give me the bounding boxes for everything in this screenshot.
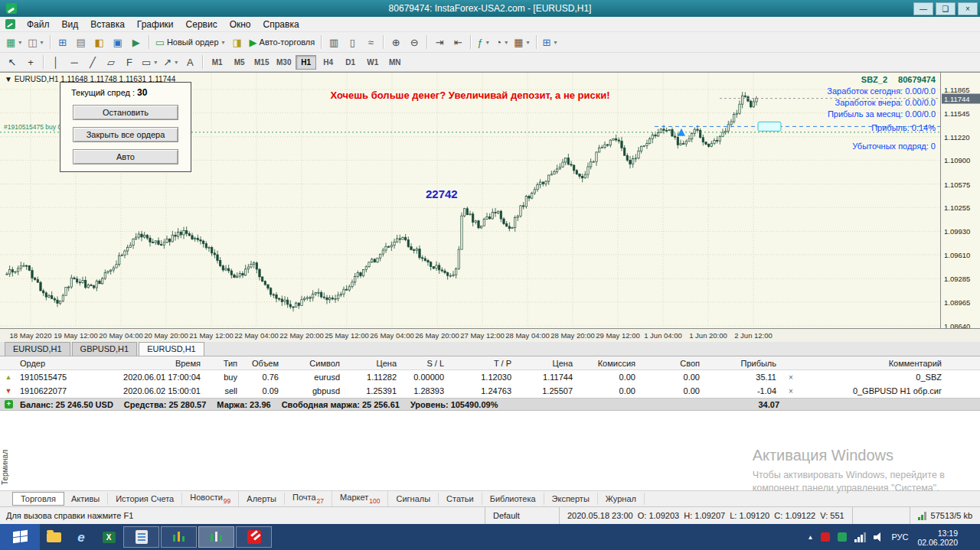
bar-chart-icon[interactable]: ▥ (325, 34, 343, 50)
candle-chart-icon[interactable]: ▯ (343, 34, 361, 50)
toolbar-separator (536, 35, 537, 49)
timeframe-M1[interactable]: M1 (207, 55, 227, 70)
equidistant-channel-icon[interactable]: ▱ (102, 54, 120, 70)
terminal-tab-3[interactable]: Новости99 (182, 491, 239, 506)
menu-item-6[interactable]: Справка (257, 18, 305, 31)
vertical-line-icon[interactable]: │ (47, 54, 65, 70)
menu-item-4[interactable]: Сервис (180, 18, 224, 31)
terminal-tab-6[interactable]: Маркет100 (332, 491, 388, 506)
restore-button[interactable]: ❑ (936, 2, 956, 15)
menu-item-5[interactable]: Окно (224, 18, 257, 31)
cell-time: 2020.06.02 15:00:01 (115, 386, 205, 395)
hidden-icons-chevron[interactable]: ▲ (807, 534, 813, 541)
tile-windows-icon[interactable]: ⊞▾ (540, 34, 560, 50)
chart-shift-icon[interactable]: ⇤ (449, 34, 467, 50)
terminal-tab-11[interactable]: Журнал (598, 493, 645, 505)
line-chart-icon: ≈ (368, 37, 374, 47)
time-label: 28 May 20:00 (550, 331, 595, 340)
close-button[interactable]: × (958, 2, 978, 15)
zoom-out-icon[interactable]: ⊖ (405, 34, 423, 50)
status-profile[interactable]: Default (485, 507, 559, 524)
line-chart-icon[interactable]: ≈ (361, 34, 380, 50)
terminal-tab-9[interactable]: Библиотека (482, 493, 544, 505)
taskbar-excel-button[interactable]: X (95, 524, 122, 550)
zoom-in-icon[interactable]: ⊕ (387, 34, 405, 50)
time-scale[interactable]: 18 May 202019 May 12:0020 May 04:0020 Ma… (0, 328, 980, 342)
chart-tab-0[interactable]: EURUSD,H1 (5, 342, 70, 356)
menu-item-3[interactable]: Графики (131, 18, 180, 31)
periods-icon[interactable]: ◔▾ (492, 34, 511, 50)
metaeditor-icon[interactable]: ◨ (228, 34, 247, 50)
menu-item-2[interactable]: Вставка (84, 18, 131, 31)
stop-button[interactable]: Остановить (73, 105, 178, 120)
minimize-button[interactable]: — (913, 2, 933, 15)
strategy-tester-icon[interactable]: ▶ (127, 34, 145, 50)
timeframe-M30[interactable]: M30 (273, 55, 294, 70)
terminal-tab-2[interactable]: История Счета (108, 493, 182, 505)
navigator-icon[interactable]: ◧ (90, 34, 109, 50)
timeframe-H1[interactable]: H1 (296, 55, 316, 70)
close-order-button[interactable]: × (781, 387, 801, 395)
templates-icon[interactable]: ▦▾ (511, 34, 532, 50)
indicators-icon[interactable]: ƒ▾ (474, 34, 492, 50)
timeframe-H4[interactable]: H4 (318, 55, 338, 70)
taskbar-instaforex-button[interactable] (236, 526, 272, 548)
network-icon[interactable] (854, 532, 866, 542)
timeframe-MN[interactable]: MN (384, 55, 405, 70)
timeframe-W1[interactable]: W1 (362, 55, 383, 70)
taskbar-mt4-button-1[interactable] (161, 526, 197, 548)
table-row[interactable]: ▼19106220772020.06.02 15:00:01sell0.09gb… (0, 384, 980, 398)
auto-button[interactable]: Авто (73, 149, 178, 164)
new-order-button[interactable]: ▭Новый ордер▾ (152, 34, 228, 50)
tray-red-icon[interactable] (821, 532, 830, 542)
timeframe-M5[interactable]: M5 (229, 55, 250, 70)
profiles-icon[interactable]: ◫▾ (24, 34, 46, 50)
terminal-tab-5[interactable]: Почта27 (285, 491, 332, 506)
data-window-icon[interactable]: ▤ (72, 34, 90, 50)
horizontal-line-icon[interactable]: ─ (65, 54, 83, 70)
header-cell-6: S / L (401, 359, 449, 368)
crosshair-icon[interactable]: + (21, 54, 40, 70)
fibonacci-icon[interactable]: F (120, 54, 139, 70)
menu-item-0[interactable]: Файл (21, 18, 56, 31)
trendline-icon[interactable]: ╱ (83, 54, 102, 70)
timeframe-M15[interactable]: M15 (251, 55, 272, 70)
traffic-text: 57513/5 kb (931, 511, 972, 520)
shapes-icon[interactable]: ▭▾ (139, 54, 160, 70)
terminal-tab-8[interactable]: Статьи (439, 493, 482, 505)
ea-info-line-4: Убыточных подряд: 0 (852, 142, 936, 151)
price-label: 1.11545 (944, 109, 970, 117)
terminal-tab-1[interactable]: Активы (64, 493, 108, 505)
auto-scroll-icon[interactable]: ⇥ (430, 34, 449, 50)
new-chart-icon[interactable]: ▦▾ (3, 34, 24, 50)
chart-area[interactable]: ▼ EURUSD,H1 1.11648 1.11748 1.11631 1.11… (0, 72, 980, 341)
arrows-icon[interactable]: ↗▾ (160, 54, 181, 70)
close-all-orders-button[interactable]: Закрыть все ордера (73, 127, 178, 142)
autotrade-button[interactable]: ▶Авто-торговля (247, 34, 318, 50)
taskbar-ie-button[interactable]: e (67, 524, 95, 550)
speaker-icon[interactable] (874, 532, 884, 542)
market-watch-icon[interactable]: ⊞ (54, 34, 72, 50)
taskbar-clock[interactable]: 13:19 02.06.2020 (916, 528, 962, 547)
taskbar-explorer-button[interactable] (40, 524, 67, 550)
start-button[interactable] (0, 524, 40, 550)
taskbar-documents-button[interactable] (123, 526, 159, 548)
tray-green-icon[interactable] (838, 532, 847, 542)
terminal-tab-7[interactable]: Сигналы (388, 493, 439, 505)
timeframe-D1[interactable]: D1 (340, 55, 361, 70)
price-scale[interactable]: 1.118651.115451.112201.109001.105751.102… (940, 73, 980, 328)
chart-tab-1[interactable]: GBPUSD,H1 (72, 342, 138, 356)
terminal-tab-0[interactable]: Торговля (12, 492, 64, 506)
taskbar-mt4-button-2[interactable] (198, 526, 234, 548)
chart-tab-2[interactable]: EURUSD,H1 (139, 342, 204, 356)
close-order-button[interactable]: × (781, 373, 801, 382)
text-label-icon[interactable]: A (181, 54, 199, 70)
terminal-tab-4[interactable]: Алерты (239, 493, 285, 505)
header-cell-11: Прибыль (704, 359, 781, 368)
language-indicator[interactable]: РУС (891, 532, 908, 542)
menu-item-1[interactable]: Вид (56, 18, 85, 31)
table-row[interactable]: ▲19105154752020.06.01 17:00:04buy0.76eur… (0, 370, 980, 384)
terminal-tab-10[interactable]: Эксперты (544, 493, 598, 505)
terminal-panel-icon[interactable]: ▣ (109, 34, 127, 50)
cursor-icon[interactable]: ↖ (3, 54, 21, 70)
